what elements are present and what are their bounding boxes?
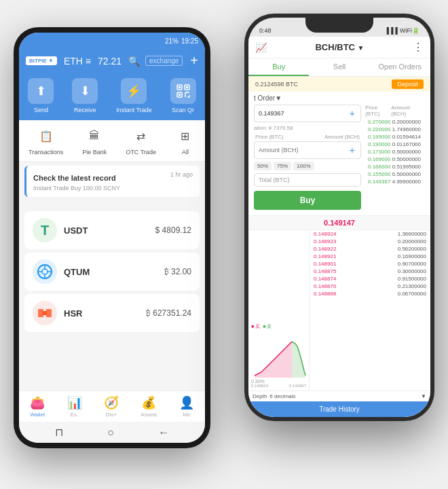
bitpie-logo: BITPIE ▼ [26, 56, 57, 65]
svg-rect-16 [38, 309, 43, 317]
exchange-nav-label: Ex. [71, 412, 79, 418]
hsr-wallet-item[interactable]: HSR ₿ 627351.24 [24, 294, 200, 332]
add-button[interactable]: + [190, 53, 198, 69]
nav-assets[interactable]: 💰 Assets [141, 395, 157, 418]
usdt-name: USDT [64, 225, 88, 236]
total-row: Total (BTC) [254, 173, 361, 187]
assets-nav-icon: 💰 [141, 395, 156, 410]
order-type-label: t Order [254, 94, 275, 102]
more-icon[interactable]: ⋮ [413, 41, 424, 54]
qtum-wallet-item[interactable]: QTUM ₿ 32.00 [24, 253, 200, 291]
svg-rect-18 [43, 311, 47, 315]
bid-prices: 0.1489241.36600000 0.1489230.20000000 0.… [310, 230, 430, 391]
amount-input-row: + [254, 141, 361, 159]
back-button[interactable]: ← [158, 427, 169, 439]
otc-trade-label: OTC Trade [126, 149, 156, 156]
receive-action[interactable]: ⬇ Receive [72, 78, 98, 113]
bid-row-8: 0.1488680.06700000 [310, 290, 430, 297]
hsr-balance: ₿ 627351.24 [146, 308, 191, 318]
ask-col-headers: Price (BTC) Amount (BCH) [364, 105, 425, 117]
pct-100-button[interactable]: 100% [293, 162, 314, 170]
all-icon: ⊞ [175, 126, 195, 146]
depth-chevron-icon[interactable]: ▼ [421, 393, 426, 399]
amount-input[interactable] [255, 144, 344, 156]
all-menu[interactable]: ⊞ All [175, 126, 195, 156]
bid-row-6: 0.1488740.91500000 [310, 275, 430, 283]
android-navbar: 👛 Wallet 📊 Ex. 🧭 Dis+ 💰 Assets 👤 [19, 391, 205, 422]
svg-rect-3 [179, 86, 181, 88]
iphone-signal: ▌▌▌ [387, 27, 400, 34]
iphone-screen: 0:48 ▌▌▌ WiFi 🔋 📈 BCH/BTC ▼ ⋮ [248, 18, 430, 417]
trade-header: 📈 BCH/BTC ▼ ⋮ [248, 37, 430, 58]
deposit-bar: 0.2124598 BTC Deposit [248, 77, 430, 92]
time-status: 19:25 [181, 37, 198, 45]
otc-trade-icon: ⇄ [131, 126, 151, 146]
recent-apps-button[interactable]: ⊓ [55, 426, 63, 439]
chart-icon[interactable]: 📈 [255, 42, 267, 53]
wallet-nav-icon: 👛 [30, 395, 45, 410]
deposit-button[interactable]: Deposit [392, 79, 424, 89]
col-headers: Price (BTC) Amount (BCH) [254, 134, 361, 140]
home-button[interactable]: ○ [107, 427, 114, 439]
pct-50-button[interactable]: 50% [254, 162, 272, 170]
tab-sell[interactable]: Sell [309, 58, 369, 76]
buy-button[interactable]: Buy [254, 191, 361, 210]
iphone-time: 0:48 [259, 27, 272, 34]
ask-prices: Price (BTC) Amount (BCH) 0.2700000.20000… [364, 105, 425, 213]
order-form: t Order ▼ + ation: ¥ 7379.58 [248, 92, 430, 215]
usdt-balance: $ 4809.12 [155, 225, 191, 235]
trade-history-button[interactable]: Trade History [248, 401, 430, 417]
qtum-icon [33, 259, 57, 284]
android-screen: 21% 19:25 BITPIE ▼ ETH ≡ 72.21 🔍 exchang… [19, 33, 205, 443]
iphone: 0:48 ▌▌▌ WiFi 🔋 📈 BCH/BTC ▼ ⋮ [244, 14, 434, 421]
tab-buy[interactable]: Buy [248, 58, 309, 76]
ask-row-5: 0.1690000.50000000 [364, 156, 425, 163]
depth-label: Depth [253, 393, 267, 399]
transactions-menu[interactable]: 📋 Transactions [29, 126, 63, 156]
send-icon: ⬆ [28, 78, 54, 104]
send-action[interactable]: ⬆ Send [28, 78, 54, 113]
chart-legend: ■ 买 ■ 卖 [251, 323, 272, 330]
pie-bank-label: Pie Bank [82, 149, 107, 156]
android-soft-nav: ⊓ ○ ← [19, 422, 205, 443]
ask-row-8: 0.1493674.99900000 [364, 178, 425, 185]
me-nav-icon: 👤 [179, 395, 194, 410]
transactions-label: Transactions [29, 149, 63, 156]
instant-trade-label: Instant Trade [116, 107, 152, 113]
amount-plus-icon[interactable]: + [344, 142, 360, 158]
nav-exchange[interactable]: 📊 Ex. [67, 395, 82, 418]
usdt-wallet-item[interactable]: T USDT $ 4809.12 [24, 211, 200, 249]
ask-row-4: 0.1730000.50000000 [364, 148, 425, 156]
instant-trade-action[interactable]: ⚡ Instant Trade [116, 78, 152, 113]
bid-row-5: 0.1488750.30000000 [310, 268, 430, 275]
pie-bank-menu[interactable]: 🏛 Pie Bank [82, 126, 107, 156]
nav-wallet[interactable]: 👛 Wallet [30, 395, 45, 418]
exchange-button[interactable]: exchange [145, 56, 183, 66]
legend-sell: ■ 卖 [263, 323, 272, 330]
nav-me[interactable]: 👤 Me [179, 395, 194, 418]
android-statusbar: 21% 19:25 [19, 33, 205, 49]
svg-marker-20 [292, 342, 305, 378]
price-plus-icon[interactable]: + [344, 105, 360, 122]
bid-row-0: 0.1489241.36600000 [310, 230, 430, 238]
ask-row-7: 0.1550000.50000000 [364, 170, 425, 178]
search-icon[interactable]: 🔍 [128, 56, 140, 67]
notification-title: Check the latest record [33, 174, 116, 182]
qtum-balance: ₿ 32.00 [164, 267, 191, 276]
bid-row-3: 0.1489210.16900000 [310, 253, 430, 260]
pct-75-button[interactable]: 75% [274, 162, 291, 170]
notification-bar[interactable]: Check the latest record 1 hr ago Instant… [24, 166, 200, 197]
nav-discover[interactable]: 🧭 Dis+ [104, 395, 119, 418]
orderbook-section: ■ 买 ■ 卖 0.30% [248, 230, 430, 391]
transactions-icon: 📋 [36, 126, 56, 146]
tab-open-orders[interactable]: Open Orders [370, 58, 430, 76]
price-input[interactable] [255, 107, 344, 120]
otc-trade-menu[interactable]: ⇄ OTC Trade [126, 126, 156, 156]
chart-area: ■ 买 ■ 卖 0.30% [248, 230, 310, 391]
ask-row-0: 0.2700000.20000000 [364, 118, 425, 126]
usdt-icon: T [33, 218, 57, 242]
pie-bank-icon: 🏛 [84, 126, 105, 146]
notch [305, 18, 373, 33]
scan-qr-action[interactable]: Scan Qr [170, 78, 196, 113]
order-type-row: t Order ▼ [254, 94, 425, 102]
